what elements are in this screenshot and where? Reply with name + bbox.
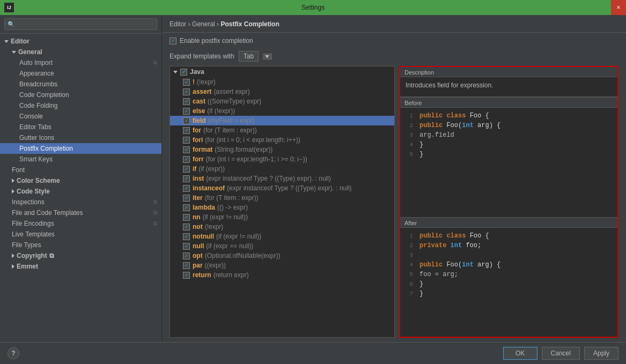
title-bar: IJ Settings ×	[0, 0, 626, 15]
sidebar-item-code-folding[interactable]: Code Folding	[0, 100, 161, 111]
template-item-instanceof[interactable]: instanceof(expr instanceof Type ? ((Type…	[170, 183, 394, 193]
sidebar-item-inspections[interactable]: Inspections ⧉	[0, 197, 161, 207]
ok-button[interactable]: OK	[503, 347, 537, 360]
sidebar-item-smart-keys[interactable]: Smart Keys	[0, 154, 161, 165]
dialog-content: 🔍 Editor General Auto Import ⧉ Appearanc…	[0, 15, 626, 342]
template-checkbox-else[interactable]	[183, 108, 190, 115]
enable-checkbox[interactable]	[170, 38, 176, 44]
template-item-fori[interactable]: fori(for (int i = 0; i < expr.length; i+…	[170, 135, 394, 145]
sidebar-item-breadcrumbs[interactable]: Breadcrumbs	[0, 79, 161, 90]
sidebar-item-file-templates[interactable]: File and Code Templates ⧉	[0, 207, 161, 218]
template-checkbox-notnull[interactable]	[183, 233, 190, 240]
template-desc-format: (String.format(expr))	[215, 146, 273, 153]
panel-split: ✓ Java !(!expr)assert(assert expr)cast((…	[162, 66, 626, 342]
sidebar-item-editor[interactable]: Editor	[0, 36, 161, 47]
sidebar-item-general[interactable]: General	[0, 47, 161, 57]
template-checkbox-format[interactable]	[183, 146, 190, 153]
sidebar-item-font[interactable]: Font	[0, 165, 161, 175]
template-checkbox-nn[interactable]	[183, 214, 190, 221]
template-checkbox-for[interactable]	[183, 127, 190, 134]
template-checkbox-return[interactable]	[183, 272, 190, 279]
line-number: 3	[404, 130, 413, 140]
template-name-else: else	[193, 107, 205, 115]
enable-checkbox-row[interactable]: Enable postfix completion	[170, 37, 253, 44]
sidebar-item-auto-import[interactable]: Auto Import ⧉	[0, 57, 161, 68]
template-item-return[interactable]: return(return expr)	[170, 270, 394, 280]
template-checkbox-instanceof[interactable]	[183, 185, 190, 192]
template-item-not[interactable]: not(!expr)	[170, 222, 394, 232]
file-templates-copy-icon: ⧉	[153, 210, 157, 216]
sidebar-item-emmet[interactable]: Emmet	[0, 261, 161, 272]
template-checkbox-if[interactable]	[183, 166, 190, 173]
template-checkbox-assert[interactable]	[183, 88, 190, 95]
template-item-format[interactable]: format(String.format(expr))	[170, 145, 394, 154]
search-input[interactable]	[4, 18, 157, 30]
template-item-inst[interactable]: inst(expr instanceof Type ? ((Type) expr…	[170, 174, 394, 183]
template-item-null[interactable]: null(if (expr == null))	[170, 241, 394, 251]
template-item-field[interactable]: field(myField = expr)	[170, 116, 394, 125]
template-item-lambda[interactable]: lambda(() -> expr)	[170, 203, 394, 212]
template-item-assert[interactable]: assert(assert expr)	[170, 87, 394, 96]
line-number: 2	[404, 121, 413, 130]
template-name-return: return	[193, 271, 211, 279]
template-checkbox-lambda[interactable]	[183, 204, 190, 211]
template-name-field: field	[193, 117, 206, 124]
template-item-opt[interactable]: opt(Optional.ofNullable(expr))	[170, 251, 394, 261]
line-number: 4	[404, 260, 413, 270]
template-item-par[interactable]: par((expr))	[170, 261, 394, 270]
template-item-forr[interactable]: forr(for (int i = expr.length-1; i >= 0;…	[170, 154, 394, 164]
line-content: }	[419, 140, 423, 150]
code-line: 1public class Foo {	[400, 111, 617, 121]
help-button[interactable]: ?	[8, 347, 19, 359]
template-checkbox-forr[interactable]	[183, 156, 190, 163]
sidebar-item-live-templates[interactable]: Live Templates	[0, 229, 161, 240]
template-item-![interactable]: !(!expr)	[170, 77, 394, 87]
sidebar-item-gutter-icons[interactable]: Gutter Icons	[0, 132, 161, 143]
expand-dropdown[interactable]: Tab	[239, 51, 259, 62]
file-encodings-copy-icon: ⧉	[153, 220, 157, 227]
template-name-not: not	[193, 223, 203, 231]
template-checkbox-iter[interactable]	[183, 195, 190, 202]
before-code: 1public class Foo {2 public Foo(int arg)…	[400, 108, 617, 217]
expand-dropdown-arrow[interactable]	[263, 54, 272, 60]
template-checkbox-null[interactable]	[183, 243, 190, 250]
template-item-for[interactable]: for(for (T item : expr))	[170, 125, 394, 135]
template-checkbox-par[interactable]	[183, 262, 190, 269]
template-checkbox-inst[interactable]	[183, 175, 190, 182]
template-item-cast[interactable]: cast((SomeType) expr)	[170, 96, 394, 106]
settings-tree: Editor General Auto Import ⧉ Appearance …	[0, 34, 161, 342]
line-content: public class Foo {	[419, 231, 489, 241]
template-checkbox-opt[interactable]	[183, 252, 190, 259]
template-item-nn[interactable]: nn(if (expr != null))	[170, 212, 394, 222]
close-button[interactable]: ×	[611, 0, 626, 15]
cancel-button[interactable]: Cancel	[542, 347, 580, 360]
sidebar-item-copyright[interactable]: Copyright ⧉	[0, 250, 161, 261]
java-section[interactable]: ✓ Java	[170, 66, 394, 77]
template-desc-!: (!expr)	[197, 78, 216, 86]
sidebar-item-appearance[interactable]: Appearance	[0, 68, 161, 79]
template-checkbox-field[interactable]	[183, 117, 190, 124]
template-item-else[interactable]: else(if (!expr))	[170, 106, 394, 116]
copyright-expand-icon	[12, 254, 14, 258]
template-desc-assert: (assert expr)	[213, 88, 249, 95]
sidebar-item-console[interactable]: Console	[0, 111, 161, 122]
sidebar-item-editor-tabs[interactable]: Editor Tabs	[0, 122, 161, 132]
sidebar-item-postfix-completion[interactable]: Postfix Completion	[0, 143, 161, 154]
line-number: 4	[404, 140, 413, 150]
template-item-notnull[interactable]: notnull(if (expr != null))	[170, 232, 394, 241]
sidebar-item-color-scheme[interactable]: Color Scheme	[0, 175, 161, 186]
template-item-if[interactable]: if(if (expr))	[170, 164, 394, 174]
sidebar-item-file-types[interactable]: File Types	[0, 240, 161, 250]
line-content: arg.field	[419, 130, 454, 140]
java-checkbox[interactable]: ✓	[180, 69, 187, 76]
sidebar-item-code-style[interactable]: Code Style	[0, 186, 161, 197]
template-checkbox-![interactable]	[183, 79, 190, 86]
sidebar-item-file-encodings[interactable]: File Encodings ⧉	[0, 218, 161, 229]
template-checkbox-not[interactable]	[183, 224, 190, 231]
sidebar-item-code-completion[interactable]: Code Completion	[0, 90, 161, 100]
template-name-instanceof: instanceof	[193, 184, 225, 192]
apply-button[interactable]: Apply	[584, 347, 618, 360]
template-checkbox-fori[interactable]	[183, 137, 190, 144]
template-item-iter[interactable]: iter(for (T item : expr))	[170, 193, 394, 203]
template-checkbox-cast[interactable]	[183, 98, 190, 105]
